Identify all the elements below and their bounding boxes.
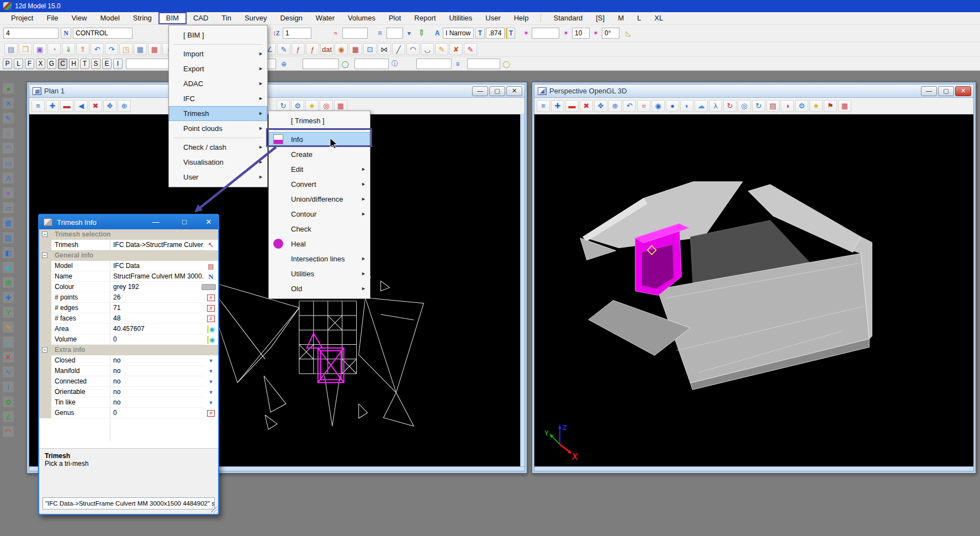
plane-icon[interactable]: ▱ [3,202,14,213]
draw-pencil-icon[interactable]: ✎ [3,113,14,124]
snap-toggle-button[interactable]: X [36,59,45,69]
snap-toggle-button[interactable]: I [113,59,123,69]
z-height-icon[interactable]: ↕Z [271,28,282,39]
fx-string-icon[interactable]: ƒ [292,43,305,55]
trimesh-menu-item[interactable]: [ Trimesh ] [269,113,370,128]
info-circle-icon[interactable]: ⓘ [390,59,400,69]
walk-icon[interactable]: λ [709,100,722,112]
menubar-item[interactable]: String [126,12,158,24]
coord-field-1[interactable] [303,59,339,69]
property-value[interactable]: no [110,376,204,387]
property-action-icon[interactable] [204,240,218,250]
spline-icon[interactable]: ∿ [3,366,14,377]
trimesh-menu-item[interactable]: Create [269,147,370,162]
chainage-icon[interactable]: ≈ [330,28,341,39]
property-value[interactable]: IFC Data [110,261,204,271]
plan-window-titlebar[interactable]: ▦ Plan 1 — ▢ ✕ [29,85,525,98]
property-action-icon[interactable] [204,397,218,408]
property-action-icon[interactable] [204,334,218,345]
redo-icon[interactable]: ↷ [105,43,118,55]
import-icon[interactable]: ⇓ [62,43,75,55]
snap-toggle-button[interactable]: H [69,59,78,69]
undo-view-icon[interactable]: ↶ [623,100,636,112]
settings-gear-icon[interactable]: ⚙ [795,100,808,112]
menubar-item[interactable]: Help [507,12,536,24]
lines-icon[interactable]: ≡ [453,59,463,69]
cad-cross-icon[interactable]: ✕ [3,98,14,109]
text-style-icon[interactable]: A [432,28,442,39]
snap-toggle-button[interactable]: P [3,59,12,69]
property-action-icon[interactable] [204,261,218,271]
export-icon[interactable]: ⇑ [76,43,89,55]
target-yellow-icon[interactable]: ◯ [501,59,511,69]
property-row[interactable]: − # points 26 [39,292,218,303]
menubar-item[interactable]: View [65,12,93,24]
angle-input[interactable] [602,28,619,39]
text-height-input[interactable] [486,28,505,39]
property-row[interactable]: − Genus 0 [39,408,218,418]
trimesh-menu-item[interactable]: Contour ► [269,207,370,222]
menubar-item[interactable]: Project [4,12,40,24]
property-row[interactable]: − # faces 48 [39,313,218,324]
bim-menu-item[interactable]: [ BIM ] [169,28,267,43]
arc-icon[interactable]: ◠ [3,143,14,154]
trimesh-menu-item[interactable]: Old ► [269,281,370,296]
property-action-icon[interactable] [204,376,218,387]
property-row[interactable]: − Area 40.457607 [39,324,218,334]
zoom-search-icon[interactable]: ⊕ [118,100,131,112]
bim-menu-item[interactable]: Trimesh ► [169,106,267,121]
snap-toggle-button[interactable]: F [25,59,34,69]
save-icon[interactable]: ▣ [33,43,46,55]
snap-toggle-button[interactable]: S [91,59,100,69]
property-action-icon[interactable] [204,355,218,366]
property-action-icon[interactable] [204,303,218,313]
add-box-icon[interactable]: ⊞ [3,277,14,288]
open-folder-icon[interactable]: ❐ [19,43,32,55]
snap-cross-icon[interactable]: ⋈ [378,43,391,55]
model-input[interactable] [73,28,133,39]
text-button-1[interactable]: T [475,28,485,39]
menubar-mode-item[interactable]: XL [648,12,670,24]
sphere-icon[interactable]: ● [3,187,14,198]
dialog-close-button[interactable]: ✕ [203,217,215,228]
drape-icon[interactable]: ◗ [680,100,693,112]
perspective-window-titlebar[interactable]: ◢ Perspective OpenGL 3D — ▢ ✕ [534,85,973,98]
function-input[interactable] [3,28,59,39]
coord-field-2[interactable] [354,59,389,69]
info-icon[interactable]: i [3,381,14,392]
text-icon[interactable]: A [3,172,14,183]
dialog-maximize-button[interactable]: □ [178,217,190,228]
perspective-canvas[interactable]: Z Y X [534,114,973,466]
box-icon[interactable]: ▦ [3,217,14,228]
property-row[interactable]: − Colour grey 192 [39,282,218,292]
new-file-icon[interactable]: ▤ [4,43,18,55]
menubar-item[interactable]: User [479,12,507,24]
chainage-input[interactable] [342,28,368,39]
size-input[interactable] [572,28,590,39]
property-value[interactable]: IFC Data->StructFrame Culver... [110,240,204,250]
globe-icon[interactable]: ◎ [738,100,751,112]
property-row[interactable]: − Trimesh selection [39,229,218,240]
menubar-item[interactable]: Tin [215,12,238,24]
property-value[interactable]: StructFrame Culvert MM 3000... [110,271,204,282]
menubar-item[interactable]: Water [309,12,341,24]
property-action-icon[interactable] [204,324,218,334]
menubar-item[interactable]: CAD [187,12,215,24]
sync-view-icon[interactable]: ◔ [47,43,61,55]
property-value[interactable]: 0 [110,408,204,418]
pinwheel-icon-2[interactable]: ✶ [561,28,571,39]
render-icon[interactable]: ◑ [781,100,794,112]
trimesh-menu-item[interactable]: Convert ► [269,177,370,192]
coord-field-3[interactable] [416,59,452,69]
structure-icon[interactable]: ▦ [134,43,147,55]
name-button[interactable]: N [61,28,71,39]
rotate-icon[interactable]: ↻ [752,100,765,112]
leaf-icon[interactable]: ✿ [3,396,14,407]
property-value[interactable]: 26 [110,292,204,303]
draft-pencil-icon[interactable]: ✎ [435,43,448,55]
bim-menu-item[interactable]: Point clouds ► [169,121,267,136]
perspective-minimize-button[interactable]: — [921,86,937,96]
property-row[interactable]: − Manifold no [39,366,218,376]
property-action-icon[interactable] [202,284,216,290]
property-row[interactable]: − Extra info [39,345,218,355]
